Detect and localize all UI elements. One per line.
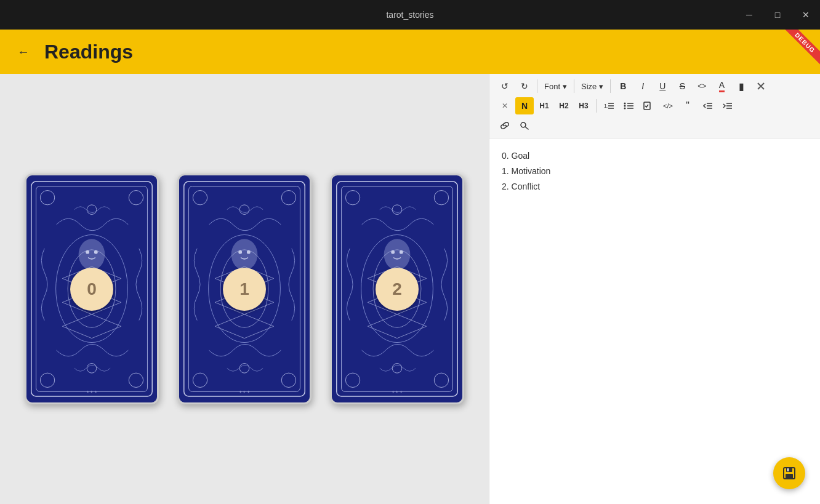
- undo-button[interactable]: ↺: [496, 78, 514, 95]
- svg-text:⚜ ⚜ ⚜: ⚜ ⚜ ⚜: [392, 390, 403, 394]
- size-dropdown-icon: ▾: [599, 82, 603, 91]
- page-title: Readings: [44, 41, 133, 63]
- search-button[interactable]: [515, 117, 534, 134]
- card-number-1: 1: [223, 268, 266, 311]
- link-icon: [500, 121, 510, 130]
- debug-badge: DEBUG: [783, 30, 820, 65]
- underline-button[interactable]: U: [653, 78, 672, 95]
- debug-ribbon: DEBUG: [777, 30, 820, 73]
- bullet-list-icon: [624, 102, 633, 110]
- clear-format-icon: [757, 82, 765, 90]
- toolbar-row-2: ✕ N H1 H2 H3 1.: [496, 97, 814, 114]
- titlebar-title: tarot_stories: [386, 10, 433, 20]
- svg-rect-68: [786, 468, 792, 472]
- svg-line-66: [525, 127, 528, 129]
- svg-point-24: [231, 239, 258, 270]
- toolbar-row-3: [496, 117, 814, 134]
- titlebar: tarot_stories ─ □ ✕: [0, 0, 820, 30]
- card-number-2: 2: [376, 268, 419, 311]
- toolbar-separator-1: [537, 79, 537, 93]
- editor-content[interactable]: 0. Goal 1. Motivation 2. Conflict: [489, 138, 820, 504]
- code-block-button[interactable]: </>: [659, 97, 677, 114]
- svg-text:1.: 1.: [604, 103, 609, 109]
- card-number-0: 0: [70, 268, 113, 311]
- highlight-color-button[interactable]: ▮: [732, 78, 750, 95]
- checklist-button[interactable]: [639, 97, 657, 114]
- search-icon: [520, 121, 529, 130]
- card-1[interactable]: ⚜ ⚜ ⚜ 1: [177, 174, 312, 404]
- normal-button[interactable]: N: [515, 97, 534, 114]
- clear-format-button[interactable]: [752, 78, 770, 95]
- h3-button[interactable]: H3: [574, 97, 593, 114]
- text-color-icon: A: [719, 80, 725, 92]
- svg-point-51: [624, 103, 626, 105]
- text-color-button[interactable]: A: [712, 78, 731, 95]
- close-button[interactable]: ✕: [792, 0, 820, 30]
- indent-decrease-button[interactable]: [698, 97, 717, 114]
- svg-point-26: [247, 250, 251, 254]
- svg-point-9: [79, 239, 105, 270]
- h2-button[interactable]: H2: [555, 97, 573, 114]
- editor-line-2: 2. Conflict: [502, 179, 808, 194]
- cards-panel: ⚜ ⚜ ⚜ 0: [0, 74, 489, 504]
- clear-tx-button[interactable]: ✕: [496, 97, 514, 114]
- save-icon: [782, 466, 797, 481]
- card-0[interactable]: ⚜ ⚜ ⚜ 0: [25, 174, 159, 404]
- svg-point-39: [384, 239, 411, 270]
- editor-toolbar: ↺ ↻ Font ▾ Size ▾ B I U S: [489, 74, 820, 138]
- editor-line-1: 1. Motivation: [502, 164, 808, 179]
- font-dropdown[interactable]: Font ▾: [541, 78, 571, 95]
- svg-text:⚜ ⚜ ⚜: ⚜ ⚜ ⚜: [239, 390, 250, 394]
- svg-point-41: [400, 250, 403, 254]
- svg-text:⚜ ⚜ ⚜: ⚜ ⚜ ⚜: [86, 390, 97, 394]
- save-button[interactable]: [773, 457, 805, 489]
- code-inline-button[interactable]: <>: [693, 78, 711, 95]
- minimize-button[interactable]: ─: [735, 0, 763, 30]
- back-button[interactable]: ←: [12, 41, 34, 63]
- font-label: Font: [544, 82, 560, 91]
- ordered-list-button[interactable]: 1.: [600, 97, 618, 114]
- indent-increase-button[interactable]: [718, 97, 736, 114]
- font-dropdown-icon: ▾: [563, 82, 567, 91]
- h1-button[interactable]: H1: [535, 97, 553, 114]
- ordered-list-icon: 1.: [604, 102, 614, 110]
- toolbar-separator-4: [596, 99, 597, 113]
- svg-point-53: [624, 108, 626, 110]
- toolbar-row-1: ↺ ↻ Font ▾ Size ▾ B I U S: [496, 78, 814, 95]
- size-label: Size: [581, 82, 597, 91]
- editor-line-0: 0. Goal: [502, 148, 808, 164]
- indent-increase-icon: [722, 102, 732, 110]
- checklist-icon: [643, 102, 653, 110]
- svg-point-25: [238, 250, 242, 254]
- toolbar-separator-3: [610, 79, 611, 93]
- svg-rect-69: [786, 474, 793, 479]
- blockquote-button[interactable]: ": [678, 97, 697, 114]
- highlight-color-icon: ▮: [739, 81, 744, 92]
- redo-button[interactable]: ↻: [515, 78, 534, 95]
- indent-decrease-icon: [702, 102, 712, 110]
- size-dropdown[interactable]: Size ▾: [577, 78, 607, 95]
- bold-button[interactable]: B: [614, 78, 632, 95]
- italic-button[interactable]: I: [633, 78, 652, 95]
- card-2[interactable]: ⚜ ⚜ ⚜ 2: [330, 174, 464, 404]
- toolbar-separator-2: [574, 79, 574, 93]
- content-area: ⚜ ⚜ ⚜ 0: [0, 74, 820, 504]
- bullet-list-button[interactable]: [619, 97, 638, 114]
- strikethrough-button[interactable]: S: [673, 78, 691, 95]
- svg-point-52: [624, 105, 626, 107]
- svg-rect-70: [787, 468, 789, 471]
- svg-point-40: [391, 250, 395, 254]
- header: ← Readings DEBUG: [0, 30, 820, 74]
- maximize-button[interactable]: □: [763, 0, 792, 30]
- svg-point-10: [86, 250, 89, 254]
- app: ← Readings DEBUG: [0, 30, 820, 504]
- svg-point-11: [94, 250, 98, 254]
- titlebar-controls: ─ □ ✕: [735, 0, 820, 30]
- link-button[interactable]: [496, 117, 514, 134]
- editor-panel: ↺ ↻ Font ▾ Size ▾ B I U S: [489, 74, 820, 504]
